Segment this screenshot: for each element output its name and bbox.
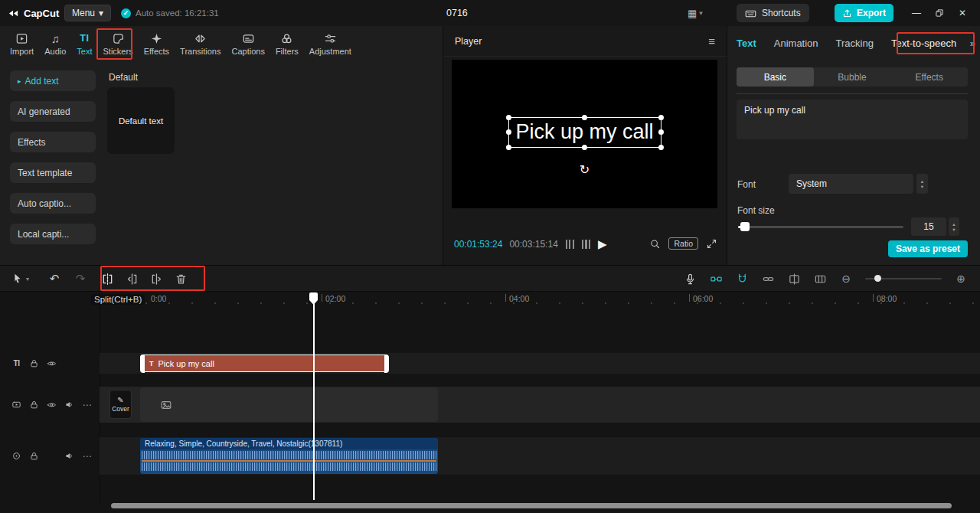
lock-icon[interactable] xyxy=(29,451,39,461)
timeline-scrollbar[interactable] xyxy=(111,503,952,508)
lock-icon[interactable] xyxy=(29,358,39,368)
audio-clip[interactable]: Relaxing, Simple, Countryside, Travel, N… xyxy=(140,438,438,474)
stepper-down-icon[interactable]: ▾ xyxy=(921,184,923,189)
media-tab-filters[interactable]: Filters xyxy=(270,31,304,56)
tab-text-to-speech[interactable]: Text-to-speech xyxy=(891,38,956,49)
fullscreen-icon[interactable] xyxy=(706,238,717,250)
beat-line xyxy=(142,460,436,462)
select-tool-caret-icon[interactable]: ▾ xyxy=(26,276,29,283)
selection-handle[interactable] xyxy=(505,145,511,150)
tabs-overflow-icon[interactable]: » xyxy=(970,38,975,49)
redo-icon[interactable]: ↷ xyxy=(74,272,87,286)
next-frame-icon[interactable] xyxy=(582,240,590,249)
timeline-zoom-slider[interactable] xyxy=(865,278,942,279)
delete-right-icon[interactable] xyxy=(149,272,163,286)
main-track-magnetic-icon[interactable] xyxy=(709,272,723,286)
media-tab-import[interactable]: Import xyxy=(5,31,39,56)
linking-icon[interactable] xyxy=(761,272,775,286)
stepper-up-icon[interactable]: ▴ xyxy=(952,221,955,227)
media-tab-captions[interactable]: Captions xyxy=(226,31,270,56)
prev-frame-icon[interactable] xyxy=(566,240,574,249)
zoom-in-icon[interactable]: ⊕ xyxy=(954,272,968,286)
minimize-button[interactable]: — xyxy=(905,0,928,26)
slider-thumb[interactable] xyxy=(740,222,750,231)
stepper-down-icon[interactable]: ▾ xyxy=(952,227,955,232)
text-content-input[interactable]: Pick up my call xyxy=(737,100,968,139)
player-title: Player xyxy=(455,36,482,47)
sidebar-item-add-text[interactable]: ▸ Add text xyxy=(10,70,96,91)
selection-handle[interactable] xyxy=(505,129,511,135)
text-selection-box[interactable]: Pick up my call xyxy=(508,117,661,148)
media-tab-adjustment[interactable]: Adjustment xyxy=(304,31,357,56)
media-tab-label: Filters xyxy=(276,47,299,56)
play-button[interactable]: ▶ xyxy=(598,237,607,251)
ratio-button[interactable]: Ratio xyxy=(668,237,698,250)
undo-icon[interactable]: ↶ xyxy=(47,272,61,286)
font-size-value[interactable]: 15 xyxy=(911,217,946,236)
preview-quality-icon[interactable] xyxy=(649,238,661,250)
more-options-icon[interactable]: ⋯ xyxy=(82,451,92,461)
selection-handle[interactable] xyxy=(505,115,511,120)
sidebar-item-text-template[interactable]: Text template xyxy=(10,162,96,183)
eye-icon[interactable] xyxy=(47,358,57,368)
stepper-up-icon[interactable]: ▴ xyxy=(921,178,923,184)
delete-icon[interactable] xyxy=(174,272,188,286)
select-tool-icon[interactable] xyxy=(11,272,24,286)
tab-animation[interactable]: Animation xyxy=(774,38,818,49)
voiceover-mic-icon[interactable] xyxy=(683,272,697,286)
add-text-marker-icon: ▸ xyxy=(18,77,21,85)
selection-handle[interactable] xyxy=(582,115,587,120)
font-size-stepper[interactable]: ▴ ▾ xyxy=(949,217,959,236)
subtab-bubble[interactable]: Bubble xyxy=(814,67,891,87)
media-tab-audio[interactable]: ♫ Audio xyxy=(39,31,71,56)
font-select-stepper[interactable]: ▴ ▾ xyxy=(916,174,928,194)
close-button[interactable]: ✕ xyxy=(951,0,974,26)
zoom-out-icon[interactable]: ⊖ xyxy=(839,272,853,286)
zoom-slider-thumb[interactable] xyxy=(874,275,881,282)
auto-snap-icon[interactable] xyxy=(735,272,749,286)
properties-tabs: Text Animation Tracking Text-to-speech xyxy=(737,38,956,49)
split-icon[interactable] xyxy=(100,272,114,286)
eye-icon[interactable] xyxy=(47,400,57,410)
shortcuts-button[interactable]: Shortcuts xyxy=(737,4,809,22)
export-button[interactable]: Export xyxy=(835,4,893,22)
default-text-tile[interactable]: Default text xyxy=(107,87,175,154)
subtab-basic[interactable]: Basic xyxy=(737,67,814,87)
player-menu-icon[interactable]: ≡ xyxy=(708,34,715,47)
tab-text[interactable]: Text xyxy=(737,38,756,49)
tab-tracking[interactable]: Tracking xyxy=(836,38,874,49)
selection-handle[interactable] xyxy=(582,145,587,150)
save-as-preset-button[interactable]: Save as preset xyxy=(888,240,968,257)
overlay-text[interactable]: Pick up my call xyxy=(515,120,653,143)
media-tab-transitions[interactable]: Transitions xyxy=(175,31,226,56)
video-clip[interactable] xyxy=(140,387,438,422)
sidebar-item-ai-generated[interactable]: AI generated xyxy=(10,101,96,122)
cover-button[interactable]: ✎ Cover xyxy=(109,390,132,419)
speaker-icon[interactable] xyxy=(64,451,74,461)
clip-thumbnail-icon[interactable] xyxy=(813,272,827,286)
rotate-handle-icon[interactable]: ↻ xyxy=(580,162,590,177)
text-clip-badge-icon: T xyxy=(149,360,154,368)
font-select[interactable]: System xyxy=(789,174,913,194)
preview-axis-icon[interactable] xyxy=(787,272,801,286)
media-tab-text[interactable]: TI Text xyxy=(71,31,97,56)
sidebar-item-local-captions[interactable]: Local capti... xyxy=(10,224,96,244)
subtab-effects[interactable]: Effects xyxy=(890,67,968,87)
speaker-icon[interactable] xyxy=(64,400,74,410)
layout-switch-button[interactable]: ▦ ▾ xyxy=(688,0,703,26)
more-options-icon[interactable]: ⋯ xyxy=(82,400,92,410)
media-tab-effects[interactable]: Effects xyxy=(139,31,175,56)
lock-icon[interactable] xyxy=(29,400,39,410)
menu-button[interactable]: Menu ▾ xyxy=(64,5,111,21)
selection-handle[interactable] xyxy=(658,145,664,150)
video-preview[interactable]: Pick up my call ↻ xyxy=(452,60,717,208)
restore-button[interactable] xyxy=(928,0,951,26)
media-tab-stickers[interactable]: Stickers xyxy=(98,31,139,56)
delete-left-icon[interactable] xyxy=(125,272,139,286)
sidebar-item-auto-captions[interactable]: Auto captio... xyxy=(10,193,96,214)
font-size-slider[interactable] xyxy=(738,226,903,228)
sidebar-item-effects[interactable]: Effects xyxy=(10,132,96,152)
selection-handle[interactable] xyxy=(658,115,664,120)
selection-handle[interactable] xyxy=(658,129,664,135)
text-clip[interactable]: T Pick up my call xyxy=(140,355,388,372)
